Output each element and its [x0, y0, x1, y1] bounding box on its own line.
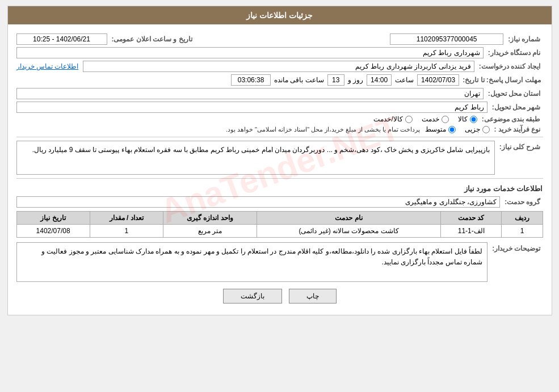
ijad-value: فرید یزدانی کاربرداز شهرداری رباط کریم	[83, 61, 474, 72]
sharh-label: شرح کلی نیاز:	[499, 141, 543, 151]
col-radif: ردیف	[502, 212, 543, 225]
shomara-label: شماره نیاز:	[508, 35, 543, 43]
cell-tedad: 1	[90, 225, 163, 238]
cell-name: کاشت محصولات سالانه (غیر دائمی)	[257, 225, 441, 238]
cell-vahed: متر مربع	[163, 225, 257, 238]
name-dastgah-value: شهرداری رباط کریم	[16, 47, 484, 58]
process-note: پرداخت تمام یا بخشی از مبلغ خرید،از محل …	[226, 126, 421, 133]
print-button[interactable]: چاپ	[289, 289, 337, 304]
rooz-value: 13	[327, 74, 344, 86]
nooe-label: نوع فرآیند خرید :	[494, 125, 543, 133]
tabaqe-label: طبقه بندی موضوعی:	[482, 115, 543, 123]
shomara-value: 1102095377000045	[390, 33, 503, 45]
page-title: جزئیات اطلاعات نیاز	[246, 11, 313, 20]
radio-jozi-label: جزیی	[465, 125, 480, 133]
tarikh-aalan-label: تاریخ و ساعت اعلان عمومی:	[112, 35, 195, 43]
group-value: کشاورزی، جنگلداری و ماهیگیری	[16, 196, 501, 208]
group-label: گروه حدمت:	[505, 198, 543, 206]
etelaat-section-title: اطلاعات خدمات مورد نیاز	[16, 184, 543, 193]
col-name: نام حدمت	[257, 212, 441, 225]
button-row: چاپ بازگشت	[16, 289, 543, 304]
baghi-value: 03:06:38	[231, 74, 271, 86]
contact-link[interactable]: اطلاعات تماس خریدار	[16, 62, 79, 70]
shahr-label: شهر محل تحویل:	[492, 103, 543, 111]
tabaqe-radio-group: کالا خدمت کالا/خدمت	[373, 115, 477, 123]
cell-radif: 1	[502, 225, 543, 238]
nooe-radio-group: جزیی متوسط	[425, 125, 490, 133]
col-tarikh: تاریخ نیاز	[16, 212, 90, 225]
mohlat-label: مهلت ارسال پاسخ: تا تاریخ:	[463, 76, 543, 84]
back-button[interactable]: بازگشت	[223, 289, 282, 304]
radio-kala-khedmat-label: کالا/خدمت	[373, 115, 402, 123]
ijad-label: ایجاد کننده درخواست:	[479, 62, 543, 70]
radio-jozi[interactable]: جزیی	[465, 125, 490, 133]
rooz-label: روز و	[348, 76, 363, 84]
page-header: جزئیات اطلاعات نیاز	[8, 6, 552, 24]
baghi-label: ساعت باقی مانده	[274, 76, 324, 84]
main-container: جزئیات اطلاعات نیاز AnaTender.NET شماره …	[7, 6, 552, 315]
services-table: ردیف کد حدمت نام حدمت واحد اندازه گیری ت…	[16, 211, 543, 238]
radio-khedmat[interactable]: خدمت	[422, 115, 449, 123]
table-row: 1 الف-1-11 کاشت محصولات سالانه (غیر دائم…	[16, 225, 543, 238]
cell-tarikh: 1402/07/08	[16, 225, 90, 238]
ostan-label: استان محل تحویل:	[488, 90, 543, 98]
divider1	[16, 137, 543, 137]
cell-kod: الف-1-11	[441, 225, 502, 238]
ostan-value: تهران	[16, 88, 484, 99]
radio-kala[interactable]: کالا	[458, 115, 477, 123]
saat-label: ساعت	[395, 76, 414, 84]
col-vahed: واحد اندازه گیری	[163, 212, 257, 225]
tarikh-aalan-value: 1402/06/21 - 10:25	[16, 33, 107, 45]
name-dastgah-label: نام دستگاه خریدار:	[488, 49, 543, 57]
sharh-value: بازپیرایی شامل خاکریزی و پخش خاک ،کود ده…	[16, 141, 495, 175]
radio-moto-label: متوسط	[425, 125, 446, 133]
col-tedad: تعداد / مقدار	[90, 212, 163, 225]
tozi-label: توضیحات خریدار:	[492, 242, 543, 252]
content-area: AnaTender.NET شماره نیاز: 11020953770000…	[8, 24, 552, 315]
tozi-value: لطفاً فایل استعلام بهاء بارگزاری شده را …	[16, 242, 488, 282]
saat-value: 14:00	[367, 74, 392, 86]
radio-kala-label: کالا	[458, 115, 468, 123]
col-kod: کد حدمت	[441, 212, 502, 225]
radio-khedmat-label: خدمت	[422, 115, 439, 123]
radio-kala-khedmat[interactable]: کالا/خدمت	[373, 115, 412, 123]
divider2	[16, 178, 543, 179]
radio-moto[interactable]: متوسط	[425, 125, 456, 133]
shahr-value: رباط کریم	[16, 102, 487, 113]
date-value: 1402/07/03	[417, 74, 459, 86]
